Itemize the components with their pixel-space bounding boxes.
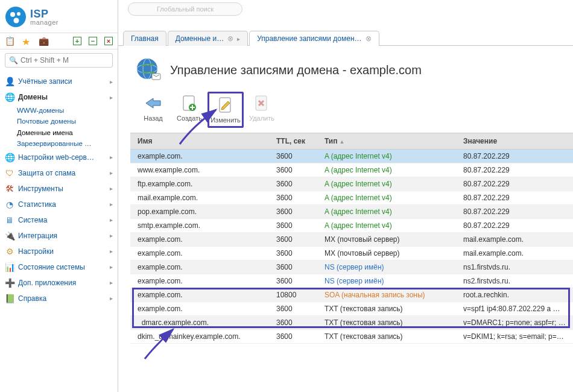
cell-type: A (адрес Internet v4) — [317, 163, 456, 177]
briefcase-icon[interactable]: 💼 — [39, 36, 48, 46]
cell-value: 80.87.202.229 — [456, 219, 573, 233]
sidebar-search[interactable]: 🔍 — [5, 53, 113, 68]
close-panel-icon[interactable]: × — [104, 37, 113, 45]
tab-label: Доменные и… — [176, 34, 224, 43]
sidebar-item-label: Инструменты — [18, 185, 106, 193]
search-icon: 🔍 — [9, 56, 18, 65]
sidebar-item-2[interactable]: 🌐Настройки web-серв…▸ — [0, 150, 118, 165]
sidebar-subitem-1-0[interactable]: WWW-домены — [17, 105, 118, 116]
sidebar-item-6[interactable]: 🖥Система▸ — [0, 212, 118, 228]
global-search[interactable]: Глобальный поиск — [128, 2, 242, 16]
gear-icon: ⚙ — [5, 247, 14, 256]
sidebar-item-9[interactable]: 📊Состояние системы▸ — [0, 259, 118, 275]
table-row[interactable]: example.com.3600NS (сервер имён)ns2.firs… — [130, 274, 573, 288]
table-row[interactable]: ftp.example.com.3600A (адрес Internet v4… — [130, 177, 573, 191]
sidebar-item-10[interactable]: ➕Доп. приложения▸ — [0, 275, 118, 291]
cell-type: A (адрес Internet v4) — [317, 177, 456, 191]
cell-value: mail.example.com. — [456, 247, 573, 261]
table-row[interactable]: dkim._domainkey.example.com.3600TXT (тек… — [130, 330, 573, 344]
cell-ttl: 10800 — [269, 288, 317, 302]
col-type[interactable]: Тип▲ — [317, 133, 456, 150]
shield-icon: 🛡 — [5, 168, 14, 178]
cell-name: example.com. — [130, 274, 269, 288]
table-row[interactable]: _dmarc.example.com.3600TXT (текстовая за… — [130, 316, 573, 330]
delete-button[interactable]: Удалить — [244, 92, 280, 124]
star-icon[interactable]: ★ — [22, 36, 31, 46]
sidebar-subitem-1-2[interactable]: Доменные имена — [17, 127, 118, 138]
tab-1[interactable]: Доменные и…⊗▸ — [168, 31, 248, 46]
table-row[interactable]: example.com.3600NS (сервер имён)ns1.firs… — [130, 261, 573, 274]
chevron-right-icon: ▸ — [110, 94, 113, 101]
table-row[interactable]: www.example.com.3600A (адрес Internet v4… — [130, 163, 573, 177]
cell-value: mail.example.com. — [456, 233, 573, 247]
sidebar-subitem-1-1[interactable]: Почтовые домены — [17, 116, 118, 127]
back-button[interactable]: Назад — [135, 92, 171, 124]
tab-2[interactable]: Управление записями домен…⊗ — [249, 31, 379, 46]
table-row[interactable]: mail.example.com.3600A (адрес Internet v… — [130, 191, 573, 205]
plug-icon: 🔌 — [5, 231, 14, 241]
sidebar-subitem-1-3[interactable]: Зарезервированные … — [17, 138, 118, 149]
sidebar-item-label: Статистика — [18, 200, 106, 209]
table-row[interactable]: example.com.10800SOA (начальная запись з… — [130, 288, 573, 302]
table-row[interactable]: example.com.3600A (адрес Internet v4)80.… — [130, 150, 573, 163]
col-name[interactable]: Имя — [130, 133, 269, 150]
cell-value: 80.87.202.229 — [456, 205, 573, 219]
back-arrow-icon — [144, 94, 162, 112]
sidebar-item-8[interactable]: ⚙Настройки▸ — [0, 244, 118, 259]
table-row[interactable]: smtp.example.com.3600A (адрес Internet v… — [130, 219, 573, 233]
tab-0[interactable]: Главная — [123, 31, 166, 46]
expand-all-icon[interactable]: + — [73, 37, 81, 45]
sidebar-item-3[interactable]: 🛡Защита от спама▸ — [0, 165, 118, 181]
sidebar-nav: 👤Учётные записи▸🌐Домены▸WWW-доменыПочтов… — [0, 71, 118, 392]
page-title: Управление записями домена - example.com — [170, 63, 422, 77]
sidebar-search-input[interactable] — [21, 56, 111, 65]
main-area: Глобальный поиск ГлавнаяДоменные и…⊗▸Упр… — [118, 0, 573, 392]
computer-icon: 🖥 — [5, 215, 14, 225]
logo-icon — [5, 6, 27, 28]
sidebar-item-label: Справка — [18, 294, 106, 303]
tab-label: Управление записями домен… — [257, 34, 361, 43]
svg-point-0 — [5, 7, 26, 27]
plus-icon: ➕ — [5, 278, 14, 288]
cell-value: v=DKIM1; k=rsa; s=email; p=MIGfN — [456, 330, 573, 344]
chevron-right-icon: ▸ — [110, 279, 113, 286]
sidebar-item-label: Настройки — [18, 247, 106, 256]
sidebar-item-1[interactable]: 🌐Домены▸ — [0, 89, 118, 105]
cell-value: 80.87.202.229 — [456, 177, 573, 191]
sidebar-item-label: Система — [18, 216, 106, 224]
sidebar-item-0[interactable]: 👤Учётные записи▸ — [0, 74, 118, 89]
user-icon: 👤 — [5, 77, 14, 86]
cell-ttl: 3600 — [269, 177, 317, 191]
chevron-right-icon: ▸ — [110, 154, 113, 160]
cell-value: ns1.firstvds.ru. — [456, 261, 573, 274]
delete-icon — [253, 94, 271, 112]
cell-ttl: 3600 — [269, 205, 317, 219]
table-row[interactable]: example.com.3600TXT (текстовая запись)v=… — [130, 302, 573, 316]
sidebar-item-5[interactable]: ◔Статистика▸ — [0, 197, 118, 212]
sidebar-item-7[interactable]: 🔌Интеграция▸ — [0, 228, 118, 244]
logo-text-bottom: manager — [30, 19, 59, 26]
edit-button[interactable]: Изменить — [207, 92, 244, 128]
col-value[interactable]: Значение — [456, 133, 573, 150]
global-search-placeholder: Глобальный поиск — [157, 5, 214, 13]
cell-type: A (адрес Internet v4) — [317, 191, 456, 205]
create-button[interactable]: Создать — [171, 92, 207, 124]
sidebar-item-label: Настройки web-серв… — [18, 153, 106, 162]
page-header: Управление записями домена - example.com — [118, 46, 573, 92]
sidebar-item-4[interactable]: 🛠Инструменты▸ — [0, 181, 118, 197]
cell-value: ns2.firstvds.ru. — [456, 274, 573, 288]
logo: ISP manager — [0, 4, 118, 33]
close-icon[interactable]: ⊗ — [366, 34, 372, 43]
sidebar-toolbar: 📋 ★ 💼 + − × — [0, 33, 118, 49]
table-row[interactable]: pop.example.com.3600A (адрес Internet v4… — [130, 205, 573, 219]
chevron-right-icon: ▸ — [110, 169, 113, 176]
sidebar-item-11[interactable]: 📗Справка▸ — [0, 291, 118, 306]
table-row[interactable]: example.com.3600MX (почтовый сервер)mail… — [130, 247, 573, 261]
cell-type: MX (почтовый сервер) — [317, 233, 456, 247]
col-ttl[interactable]: TTL, сек — [269, 133, 317, 150]
collapse-all-icon[interactable]: − — [89, 37, 97, 45]
cell-ttl: 3600 — [269, 330, 317, 344]
table-row[interactable]: example.com.3600MX (почтовый сервер)mail… — [130, 233, 573, 247]
close-icon[interactable]: ⊗ — [227, 34, 233, 43]
note-icon[interactable]: 📋 — [5, 36, 14, 46]
